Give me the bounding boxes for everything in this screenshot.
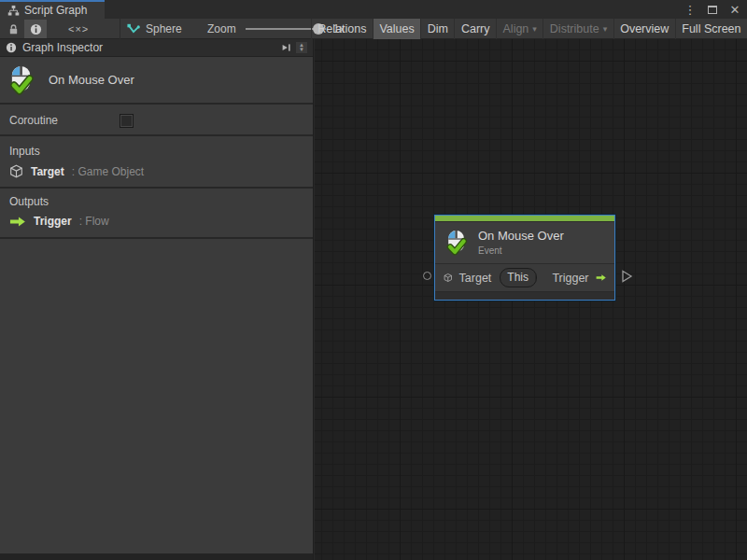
toolbar-buttons: Relations Values Dim Carry Align ▾ Distr… — [311, 19, 747, 39]
lock-button[interactable] — [2, 20, 24, 38]
input-type: : Game Object — [72, 165, 144, 178]
coroutine-checkbox[interactable] — [120, 114, 134, 128]
on-mouse-over-icon — [444, 230, 469, 256]
outputs-section: Outputs Trigger : Flow — [0, 189, 313, 239]
node-subtitle: Event — [478, 245, 564, 256]
flow-arrow-icon — [9, 216, 26, 228]
inputs-header: Inputs — [9, 145, 303, 158]
node-event-color-bar — [435, 216, 614, 222]
values-button[interactable]: Values — [373, 19, 420, 39]
spinner-down-icon[interactable]: ▼ — [299, 48, 304, 52]
maximize-icon[interactable] — [704, 1, 721, 18]
distribute-button[interactable]: Distribute ▾ — [543, 19, 613, 39]
tab-bar: Script Graph ⋮ ✕ — [0, 0, 747, 19]
target-port-label: Target — [459, 272, 492, 285]
output-name: Trigger — [34, 215, 72, 228]
code-icon: <×> — [68, 23, 89, 35]
toolbar-left-icons: <×> — [2, 19, 93, 39]
align-button[interactable]: Align ▾ — [496, 19, 543, 39]
tab-label: Script Graph — [24, 4, 87, 17]
chevron-down-icon: ▾ — [532, 24, 537, 34]
node-on-mouse-over[interactable]: On Mouse Over Event Target This Trig — [434, 215, 615, 301]
dock-panel-icon[interactable] — [280, 42, 292, 53]
code-preview-button[interactable]: <×> — [63, 20, 93, 38]
node-header[interactable]: On Mouse Over Event — [435, 222, 614, 263]
fullscreen-button[interactable]: Full Screen — [675, 19, 747, 39]
relations-button[interactable]: Relations — [311, 19, 373, 39]
lock-icon — [7, 23, 20, 35]
flow-arrow-icon[interactable] — [596, 272, 606, 284]
coroutine-label: Coroutine — [9, 114, 120, 127]
scroll-spinner[interactable]: ▲ ▼ — [296, 42, 307, 53]
graph-toolbar: <×> Sphere Zoom 1x Relations Values Dim … — [0, 19, 747, 39]
toolbar-separator — [120, 19, 120, 39]
graph-owner-ref[interactable]: Sphere — [127, 19, 182, 39]
graph-inspector-panel: Graph Inspector ▲ ▼ On Mouse Over Corout… — [0, 39, 314, 560]
output-port-handle[interactable] — [621, 270, 633, 283]
panel-bottom-strip — [0, 553, 313, 560]
inputs-section: Inputs Target : Game Object — [0, 138, 313, 189]
graph-canvas[interactable]: On Mouse Over Event Target This Trig — [315, 39, 747, 560]
trigger-port-label: Trigger — [552, 272, 588, 285]
graph-owner-icon — [127, 23, 140, 35]
unit-title: On Mouse Over — [49, 73, 134, 87]
input-row-target: Target : Game Object — [9, 164, 303, 178]
carry-button[interactable]: Carry — [454, 19, 496, 39]
object-picker-button[interactable] — [535, 269, 537, 287]
tab-script-graph[interactable]: Script Graph — [0, 0, 105, 19]
input-port-handle[interactable] — [423, 272, 431, 280]
node-footer — [435, 291, 614, 300]
node-title: On Mouse Over — [478, 229, 564, 243]
cube-icon — [9, 164, 23, 178]
target-value-pill[interactable]: This — [500, 268, 537, 287]
unity-script-graph-window: { "window": { "tab_label": "Script Graph… — [0, 0, 747, 560]
dim-button[interactable]: Dim — [420, 19, 454, 39]
info-icon — [6, 42, 17, 53]
script-graph-icon — [7, 5, 20, 17]
info-icon — [30, 23, 42, 35]
close-icon[interactable]: ✕ — [726, 1, 743, 18]
zoom-label: Zoom — [207, 22, 236, 35]
inspected-unit-header: On Mouse Over — [0, 57, 313, 105]
output-row-trigger: Trigger : Flow — [9, 215, 303, 228]
graph-inspector-header: Graph Inspector ▲ ▼ — [0, 39, 313, 57]
outputs-header: Outputs — [9, 195, 303, 208]
on-mouse-over-icon — [7, 65, 35, 95]
panel-title: Graph Inspector — [22, 41, 103, 54]
cube-icon — [444, 271, 453, 285]
node-port-row: Target This Trigger — [435, 263, 614, 291]
kebab-menu-icon[interactable]: ⋮ — [682, 1, 698, 18]
coroutine-row: Coroutine — [0, 106, 313, 136]
overview-button[interactable]: Overview — [613, 19, 675, 39]
window-controls: ⋮ ✕ — [682, 0, 743, 19]
graph-owner-label: Sphere — [146, 22, 182, 35]
inspector-toggle-button[interactable] — [24, 20, 47, 38]
input-name: Target — [31, 165, 64, 178]
chevron-down-icon: ▾ — [603, 24, 608, 34]
target-value: This — [500, 269, 535, 287]
output-type: : Flow — [79, 215, 109, 228]
